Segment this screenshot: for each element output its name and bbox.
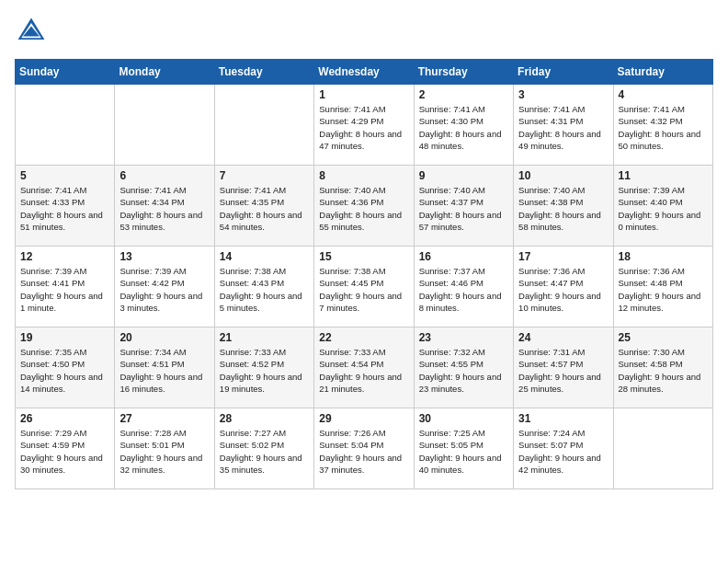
calendar-cell: 1Sunrise: 7:41 AM Sunset: 4:29 PM Daylig… (314, 85, 414, 166)
day-number: 14 (220, 250, 309, 263)
cell-text: Sunrise: 7:41 AM Sunset: 4:31 PM Dayligh… (518, 103, 608, 152)
day-number: 25 (619, 331, 708, 344)
column-header-monday: Monday (115, 60, 214, 85)
calendar-cell: 24Sunrise: 7:31 AM Sunset: 4:57 PM Dayli… (514, 327, 613, 408)
cell-text: Sunrise: 7:24 AM Sunset: 5:07 PM Dayligh… (518, 427, 608, 476)
week-row-0: 1Sunrise: 7:41 AM Sunset: 4:29 PM Daylig… (16, 85, 713, 166)
column-header-saturday: Saturday (613, 60, 712, 85)
week-row-3: 19Sunrise: 7:35 AM Sunset: 4:50 PM Dayli… (16, 327, 713, 408)
day-number: 21 (220, 331, 309, 344)
calendar-cell (613, 408, 712, 489)
header-row: SundayMondayTuesdayWednesdayThursdayFrid… (16, 60, 713, 85)
calendar-cell: 23Sunrise: 7:32 AM Sunset: 4:55 PM Dayli… (414, 327, 513, 408)
week-row-2: 12Sunrise: 7:39 AM Sunset: 4:41 PM Dayli… (16, 247, 713, 327)
cell-text: Sunrise: 7:32 AM Sunset: 4:55 PM Dayligh… (419, 346, 508, 395)
day-number: 1 (319, 88, 408, 101)
calendar-cell: 27Sunrise: 7:28 AM Sunset: 5:01 PM Dayli… (115, 408, 214, 489)
calendar-cell: 9Sunrise: 7:40 AM Sunset: 4:37 PM Daylig… (414, 166, 513, 247)
calendar-cell: 5Sunrise: 7:41 AM Sunset: 4:33 PM Daylig… (16, 166, 115, 247)
cell-text: Sunrise: 7:39 AM Sunset: 4:40 PM Dayligh… (619, 184, 708, 233)
day-number: 26 (20, 412, 109, 425)
cell-text: Sunrise: 7:41 AM Sunset: 4:34 PM Dayligh… (119, 184, 209, 233)
cell-text: Sunrise: 7:39 AM Sunset: 4:41 PM Dayligh… (20, 265, 109, 314)
calendar-cell: 7Sunrise: 7:41 AM Sunset: 4:35 PM Daylig… (214, 166, 313, 247)
cell-text: Sunrise: 7:33 AM Sunset: 4:52 PM Dayligh… (220, 346, 309, 395)
day-number: 28 (220, 412, 309, 425)
day-number: 24 (518, 331, 608, 344)
cell-text: Sunrise: 7:36 AM Sunset: 4:47 PM Dayligh… (518, 265, 608, 314)
day-number: 31 (518, 412, 608, 425)
day-number: 3 (518, 88, 608, 101)
calendar-cell: 14Sunrise: 7:38 AM Sunset: 4:43 PM Dayli… (214, 247, 313, 327)
day-number: 22 (319, 331, 408, 344)
cell-text: Sunrise: 7:25 AM Sunset: 5:05 PM Dayligh… (419, 427, 508, 476)
cell-text: Sunrise: 7:41 AM Sunset: 4:33 PM Dayligh… (20, 184, 109, 233)
day-number: 18 (619, 250, 708, 263)
calendar-cell: 18Sunrise: 7:36 AM Sunset: 4:48 PM Dayli… (613, 247, 712, 327)
calendar-cell: 19Sunrise: 7:35 AM Sunset: 4:50 PM Dayli… (16, 327, 115, 408)
calendar-cell: 13Sunrise: 7:39 AM Sunset: 4:42 PM Dayli… (115, 247, 214, 327)
cell-text: Sunrise: 7:26 AM Sunset: 5:04 PM Dayligh… (319, 427, 408, 476)
week-row-4: 26Sunrise: 7:29 AM Sunset: 4:59 PM Dayli… (16, 408, 713, 489)
day-number: 27 (119, 412, 209, 425)
cell-text: Sunrise: 7:30 AM Sunset: 4:58 PM Dayligh… (619, 346, 708, 395)
calendar-cell: 20Sunrise: 7:34 AM Sunset: 4:51 PM Dayli… (115, 327, 214, 408)
day-number: 16 (419, 250, 508, 263)
week-row-1: 5Sunrise: 7:41 AM Sunset: 4:33 PM Daylig… (16, 166, 713, 247)
column-header-sunday: Sunday (16, 60, 115, 85)
calendar-cell: 21Sunrise: 7:33 AM Sunset: 4:52 PM Dayli… (214, 327, 313, 408)
cell-text: Sunrise: 7:41 AM Sunset: 4:32 PM Dayligh… (619, 103, 708, 152)
column-header-thursday: Thursday (414, 60, 513, 85)
calendar-cell: 29Sunrise: 7:26 AM Sunset: 5:04 PM Dayli… (314, 408, 414, 489)
cell-text: Sunrise: 7:31 AM Sunset: 4:57 PM Dayligh… (518, 346, 608, 395)
day-number: 7 (220, 169, 309, 182)
calendar-cell: 12Sunrise: 7:39 AM Sunset: 4:41 PM Dayli… (16, 247, 115, 327)
calendar-cell: 4Sunrise: 7:41 AM Sunset: 4:32 PM Daylig… (613, 85, 712, 166)
calendar-cell: 30Sunrise: 7:25 AM Sunset: 5:05 PM Dayli… (414, 408, 513, 489)
calendar-cell: 22Sunrise: 7:33 AM Sunset: 4:54 PM Dayli… (314, 327, 414, 408)
day-number: 20 (119, 331, 209, 344)
cell-text: Sunrise: 7:33 AM Sunset: 4:54 PM Dayligh… (319, 346, 408, 395)
cell-text: Sunrise: 7:40 AM Sunset: 4:36 PM Dayligh… (319, 184, 408, 233)
calendar-cell: 16Sunrise: 7:37 AM Sunset: 4:46 PM Dayli… (414, 247, 513, 327)
cell-text: Sunrise: 7:36 AM Sunset: 4:48 PM Dayligh… (619, 265, 708, 314)
page-header (15, 15, 713, 48)
cell-text: Sunrise: 7:35 AM Sunset: 4:50 PM Dayligh… (20, 346, 109, 395)
calendar-cell: 15Sunrise: 7:38 AM Sunset: 4:45 PM Dayli… (314, 247, 414, 327)
cell-text: Sunrise: 7:37 AM Sunset: 4:46 PM Dayligh… (419, 265, 508, 314)
cell-text: Sunrise: 7:27 AM Sunset: 5:02 PM Dayligh… (220, 427, 309, 476)
cell-text: Sunrise: 7:29 AM Sunset: 4:59 PM Dayligh… (20, 427, 109, 476)
day-number: 19 (20, 331, 109, 344)
calendar-cell: 28Sunrise: 7:27 AM Sunset: 5:02 PM Dayli… (214, 408, 313, 489)
calendar-cell: 25Sunrise: 7:30 AM Sunset: 4:58 PM Dayli… (613, 327, 712, 408)
calendar-cell: 26Sunrise: 7:29 AM Sunset: 4:59 PM Dayli… (16, 408, 115, 489)
cell-text: Sunrise: 7:39 AM Sunset: 4:42 PM Dayligh… (119, 265, 209, 314)
calendar-cell: 8Sunrise: 7:40 AM Sunset: 4:36 PM Daylig… (314, 166, 414, 247)
day-number: 11 (619, 169, 708, 182)
cell-text: Sunrise: 7:28 AM Sunset: 5:01 PM Dayligh… (119, 427, 209, 476)
day-number: 6 (119, 169, 209, 182)
calendar-cell: 31Sunrise: 7:24 AM Sunset: 5:07 PM Dayli… (514, 408, 613, 489)
day-number: 23 (419, 331, 508, 344)
calendar-table: SundayMondayTuesdayWednesdayThursdayFrid… (15, 59, 713, 489)
cell-text: Sunrise: 7:41 AM Sunset: 4:30 PM Dayligh… (419, 103, 508, 152)
day-number: 29 (319, 412, 408, 425)
calendar-cell (214, 85, 313, 166)
day-number: 9 (419, 169, 508, 182)
cell-text: Sunrise: 7:34 AM Sunset: 4:51 PM Dayligh… (119, 346, 209, 395)
day-number: 30 (419, 412, 508, 425)
calendar-cell: 10Sunrise: 7:40 AM Sunset: 4:38 PM Dayli… (514, 166, 613, 247)
day-number: 15 (319, 250, 408, 263)
day-number: 8 (319, 169, 408, 182)
day-number: 5 (20, 169, 109, 182)
column-header-tuesday: Tuesday (214, 60, 313, 85)
calendar-cell: 17Sunrise: 7:36 AM Sunset: 4:47 PM Dayli… (514, 247, 613, 327)
calendar-cell (115, 85, 214, 166)
calendar-cell: 3Sunrise: 7:41 AM Sunset: 4:31 PM Daylig… (514, 85, 613, 166)
column-header-friday: Friday (514, 60, 613, 85)
calendar-cell: 6Sunrise: 7:41 AM Sunset: 4:34 PM Daylig… (115, 166, 214, 247)
calendar-cell: 11Sunrise: 7:39 AM Sunset: 4:40 PM Dayli… (613, 166, 712, 247)
logo-icon (15, 15, 48, 48)
logo (15, 15, 51, 48)
day-number: 13 (119, 250, 209, 263)
